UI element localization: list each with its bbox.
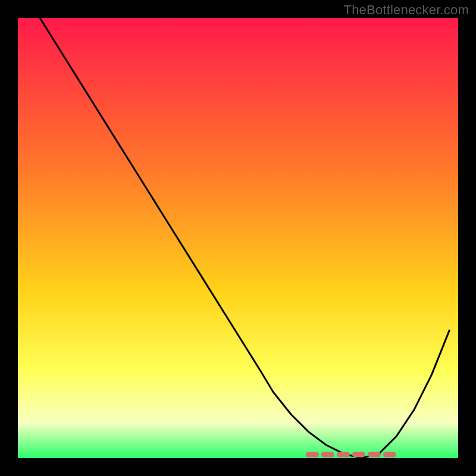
- plot-area: [18, 18, 458, 458]
- watermark-text: TheBottlenecker.com: [344, 2, 469, 18]
- chart-frame: TheBottlenecker.com: [0, 0, 476, 476]
- bottleneck-curve: [40, 18, 449, 458]
- curve-layer: [18, 18, 458, 458]
